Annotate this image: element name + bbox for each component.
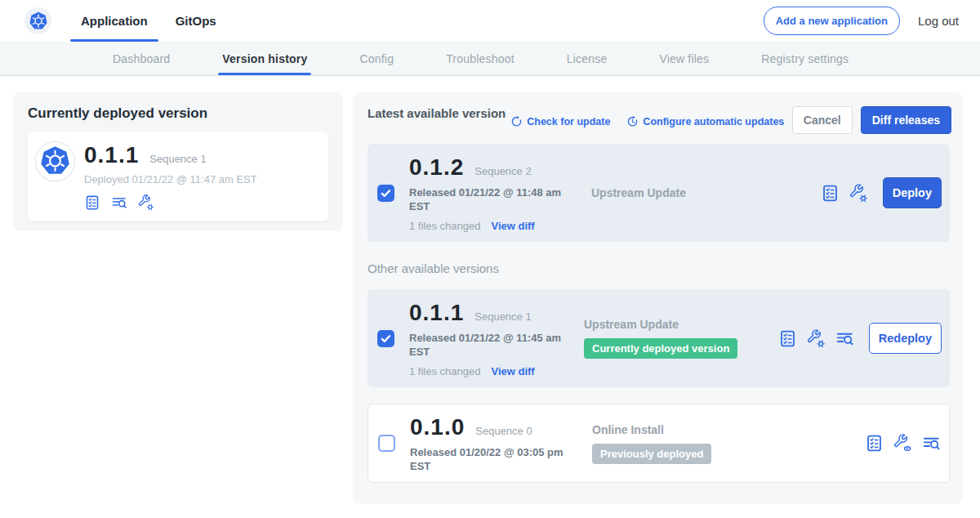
other-versions-label: Other available versions — [368, 261, 951, 275]
top-navbar: Application GitOps Add a new application… — [0, 0, 980, 42]
preflight-checks-icon[interactable] — [865, 434, 884, 453]
check-icon — [379, 186, 393, 200]
active-subtab-underline — [218, 73, 311, 75]
currently-deployed-title: Currently deployed version — [28, 105, 328, 122]
version-source-label: Online Install — [592, 423, 796, 436]
version-row-0.1.2: 0.1.2 Sequence 2 Released 01/21/22 @ 11:… — [368, 144, 950, 242]
view-config-icon[interactable] — [893, 434, 912, 453]
version-number: 0.1.0 — [410, 414, 465, 440]
version-source-label: Upstream Update — [584, 318, 778, 331]
latest-version-title: Latest available version — [368, 106, 506, 120]
version-number: 0.1.2 — [409, 154, 464, 181]
auto-update-icon — [626, 115, 639, 127]
deployed-version-card: 0.1.1 Sequence 1 Deployed 01/21/22 @ 11:… — [28, 132, 328, 221]
check-icon — [379, 332, 393, 346]
nav-tab-gitops-label: GitOps — [176, 14, 216, 28]
diff-releases-button[interactable]: Diff releases — [861, 106, 951, 134]
sequence-label: Sequence 1 — [474, 310, 531, 323]
sequence-label: Sequence 0 — [475, 425, 532, 437]
check-for-update-link[interactable]: Check for update — [510, 115, 610, 127]
main-content: Currently deployed version 0.1.1 Sequenc… — [0, 76, 980, 518]
previously-deployed-badge: Previously deployed — [592, 444, 711, 464]
nav-tab-application-label: Application — [81, 14, 148, 28]
kubernetes-logo-icon — [29, 11, 48, 31]
subnav-tab-version-history[interactable]: Version history — [222, 42, 307, 75]
deployed-sequence-label: Sequence 1 — [149, 153, 206, 165]
edit-config-icon[interactable] — [138, 194, 154, 211]
version-checkbox[interactable] — [377, 185, 394, 202]
released-timestamp: Released 01/21/22 @ 11:45 am EST — [409, 331, 569, 359]
files-changed-label: 1 files changed — [409, 365, 480, 377]
app-logo — [24, 7, 51, 34]
view-logs-icon[interactable] — [835, 329, 854, 348]
version-number: 0.1.1 — [409, 300, 464, 326]
version-checkbox[interactable] — [378, 435, 395, 452]
view-diff-link[interactable]: View diff — [491, 365, 534, 377]
files-changed-label: 1 files changed — [409, 220, 480, 232]
deployed-version-number: 0.1.1 — [84, 142, 139, 168]
subnav-tab-view-files[interactable]: View files — [659, 42, 709, 75]
currently-deployed-card: Currently deployed version 0.1.1 Sequenc… — [13, 92, 343, 231]
view-logs-icon[interactable] — [111, 194, 127, 211]
view-logs-icon[interactable] — [922, 434, 941, 453]
version-row-0.1.1: 0.1.1 Sequence 1 Released 01/21/22 @ 11:… — [368, 289, 950, 387]
version-history-panel: Latest available version Check for updat… — [353, 92, 963, 504]
logout-button[interactable]: Log out — [918, 14, 959, 28]
subnav-tab-license[interactable]: License — [567, 42, 608, 75]
kubernetes-logo-icon — [39, 145, 71, 177]
preflight-checks-icon[interactable] — [778, 329, 797, 348]
cancel-button[interactable]: Cancel — [792, 106, 853, 134]
edit-config-icon[interactable] — [807, 329, 826, 348]
version-source-label: Upstream Update — [591, 186, 795, 199]
subnav-tab-registry-settings[interactable]: Registry settings — [761, 42, 849, 75]
app-icon-badge — [36, 142, 74, 181]
subnav-tab-dashboard[interactable]: Dashboard — [113, 42, 170, 75]
nav-tab-gitops[interactable]: GitOps — [165, 0, 227, 42]
refresh-icon — [510, 115, 523, 127]
app-subnav: Dashboard Version history Config Trouble… — [0, 42, 980, 76]
edit-config-icon[interactable] — [849, 184, 868, 203]
view-diff-link[interactable]: View diff — [491, 220, 534, 232]
nav-tab-application[interactable]: Application — [70, 0, 158, 42]
add-application-button[interactable]: Add a new application — [764, 7, 900, 35]
redeploy-button[interactable]: Redeploy — [869, 323, 942, 354]
subnav-tab-troubleshoot[interactable]: Troubleshoot — [446, 42, 514, 75]
currently-deployed-badge: Currently deployed version — [584, 338, 737, 359]
sequence-label: Sequence 2 — [474, 165, 531, 177]
released-timestamp: Released 01/20/22 @ 03:05 pm EST — [410, 445, 570, 473]
version-row-0.1.0: 0.1.0 Sequence 0 Released 01/20/22 @ 03:… — [368, 404, 950, 483]
panel-header: Latest available version Check for updat… — [368, 106, 951, 133]
version-checkbox[interactable] — [377, 330, 394, 347]
configure-automatic-updates-link[interactable]: Configure automatic updates — [626, 115, 784, 127]
subnav-tab-config[interactable]: Config — [359, 42, 394, 75]
preflight-checks-icon[interactable] — [84, 194, 100, 211]
deploy-button[interactable]: Deploy — [883, 177, 942, 208]
released-timestamp: Released 01/21/22 @ 11:48 am EST — [409, 185, 569, 213]
deployed-timestamp: Deployed 01/21/22 @ 11:47 am EST — [84, 173, 257, 185]
preflight-checks-icon[interactable] — [821, 184, 840, 203]
